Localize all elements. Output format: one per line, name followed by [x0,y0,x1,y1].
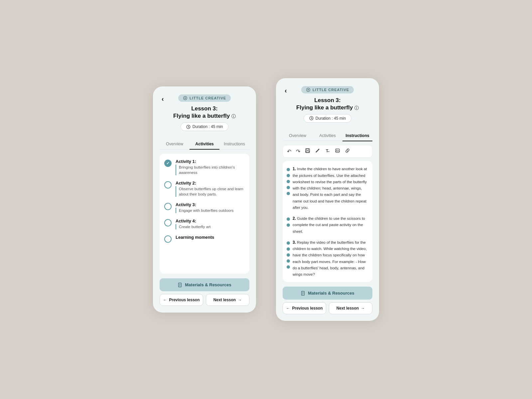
materials-label-left: Materials & Resources [185,282,231,287]
svg-rect-10 [306,151,309,152]
text-icon[interactable]: T [325,148,330,155]
activity-circle-4 [164,219,172,226]
instruction-dots-3 [287,239,290,269]
instruction-dots-2 [287,215,290,227]
dot-2-1 [287,217,290,221]
activity-item-2[interactable]: Activity 2: Observe butterflies up close… [164,181,245,197]
redo-icon[interactable]: ↷ [296,148,300,155]
edit-icon[interactable] [315,148,320,155]
dot-3-5 [287,265,290,269]
brand-icon-left [183,96,188,100]
instruction-dots-1 [287,166,290,195]
activity-desc-4: Create butterfly art [176,224,210,229]
bottom-area-left: Materials & Resources ← Previous lesson … [160,278,249,306]
activity-item-4[interactable]: Activity 4: Create butterfly art [164,218,245,229]
clock-icon-right [309,116,314,120]
lesson-nav-right: ← Previous lesson Next lesson → [283,302,372,314]
dot-3-1 [287,241,290,245]
dot-1-3 [287,180,290,183]
brand-badge-right: LITTLE CREATIVE [301,86,354,93]
activity-item-1[interactable]: Activity 1: Bringing butterflies into ch… [164,159,245,175]
duration-badge-right: Duration : 45 min [304,114,351,123]
activity-circle-1 [164,160,172,167]
save-icon[interactable] [305,148,310,155]
next-lesson-button-left[interactable]: Next lesson → [206,294,249,306]
activity-desc-1: Bringing butterflies into children's awa… [176,165,245,175]
dot-3-4 [287,259,290,263]
activity-title-3: Activity 3: [176,202,233,207]
nav-tabs-left: Overview Activities Instructions [160,139,249,150]
doc-icon-right [301,291,305,296]
duration-label-left: Duration : 45 min [193,124,223,129]
arrow-right-icon-right: → [361,306,365,311]
activity-title-4: Activity 4: [176,218,210,223]
materials-label-right: Materials & Resources [308,291,354,296]
activity-desc-2: Observe butterflies up close and learn a… [176,186,245,197]
activities-list: Activity 1: Bringing butterflies into ch… [160,154,249,274]
svg-rect-14 [335,149,339,152]
activity-circle-2 [164,181,172,189]
lesson-title-left: Lesson 3: Flying like a butterfly ⓘ [173,105,236,120]
svg-rect-9 [307,149,309,150]
brand-badge-left: LITTLE CREATIVE [178,94,231,102]
instr-text-1: Invite the children to have another look… [293,167,367,209]
arrow-right-icon-left: → [238,298,242,302]
dot-1-1 [287,168,290,171]
tab-instructions-right[interactable]: Instructions [342,131,372,141]
dot-3-3 [287,253,290,257]
prev-lesson-button-left[interactable]: ← Previous lesson [160,294,203,306]
instruction-group-2: 2. Guide the children to use the scissor… [287,215,368,234]
materials-button-right[interactable]: Materials & Resources [283,287,372,300]
activity-item-5[interactable]: Learning moments [164,235,245,243]
activity-title-2: Activity 2: [176,181,245,186]
instr-num-2: 2. [293,216,297,221]
activity-content-3: Activity 3: Engage with butterflies outd… [176,202,233,213]
link-icon[interactable] [345,148,350,155]
lesson-title-right: Lesson 3: Flying like a butterfly ⓘ [296,97,359,111]
undo-icon[interactable]: ↶ [287,148,291,155]
activity-content-4: Activity 4: Create butterfly art [176,218,210,229]
activity-item-3[interactable]: Activity 3: Engage with butterflies outd… [164,202,245,213]
instr-num-1: 1. [293,167,297,171]
phone-right: ‹ LITTLE CREATIVE Lesson 3: Flying like … [276,78,379,321]
prev-lesson-label-left: Previous lesson [169,298,200,302]
brand-icon-right [306,87,311,92]
instruction-group-3: 3. Replay the video of the butterflies f… [287,239,368,278]
tab-instructions-left[interactable]: Instructions [219,139,249,150]
instruction-group-1: 1. Invite the children to have another l… [287,166,368,210]
svg-text:T: T [326,149,329,153]
arrow-left-icon-left: ← [163,298,167,302]
instr-text-3: Replay the video of the butterflies for … [293,240,367,276]
back-button-left[interactable]: ‹ [160,95,166,103]
brand-label-left: LITTLE CREATIVE [190,96,226,100]
instructions-content: 1. Invite the children to have another l… [283,161,372,282]
materials-button-left[interactable]: Materials & Resources [160,278,249,291]
nav-tabs-right: Overview Activities Instructions [283,131,372,141]
bottom-area-right: Materials & Resources ← Previous lesson … [283,287,372,314]
activity-circle-5 [164,235,172,243]
instructions-toolbar: ↶ ↷ T [283,145,372,158]
back-button-right[interactable]: ‹ [283,87,289,94]
header-right: ‹ LITTLE CREATIVE Lesson 3: Flying like … [283,86,372,127]
lesson-nav-left: ← Previous lesson Next lesson → [160,294,249,306]
activity-content-1: Activity 1: Bringing butterflies into ch… [176,159,245,175]
activity-title-5: Learning moments [176,235,214,240]
brand-label-right: LITTLE CREATIVE [313,88,349,92]
duration-badge-left: Duration : 45 min [181,122,228,131]
phone-left: ‹ LITTLE CREATIVE Lesson 3: Flying like … [153,86,256,313]
activity-desc-3: Engage with butterflies outdoors [176,208,233,213]
image-icon[interactable] [335,148,340,155]
activity-content-5: Learning moments [176,235,214,240]
activity-circle-3 [164,203,172,210]
tab-activities-right[interactable]: Activities [313,131,342,141]
instr-num-3: 3. [293,240,297,245]
duration-label-right: Duration : 45 min [316,116,346,121]
dot-1-2 [287,174,290,177]
prev-lesson-button-right[interactable]: ← Previous lesson [283,302,326,314]
header-left: ‹ LITTLE CREATIVE Lesson 3: Flying like … [160,94,249,136]
tab-overview-left[interactable]: Overview [160,139,190,150]
tab-activities-left[interactable]: Activities [190,139,219,150]
tab-overview-right[interactable]: Overview [283,131,313,141]
arrow-left-icon-right: ← [286,306,290,311]
next-lesson-button-right[interactable]: Next lesson → [329,302,372,314]
